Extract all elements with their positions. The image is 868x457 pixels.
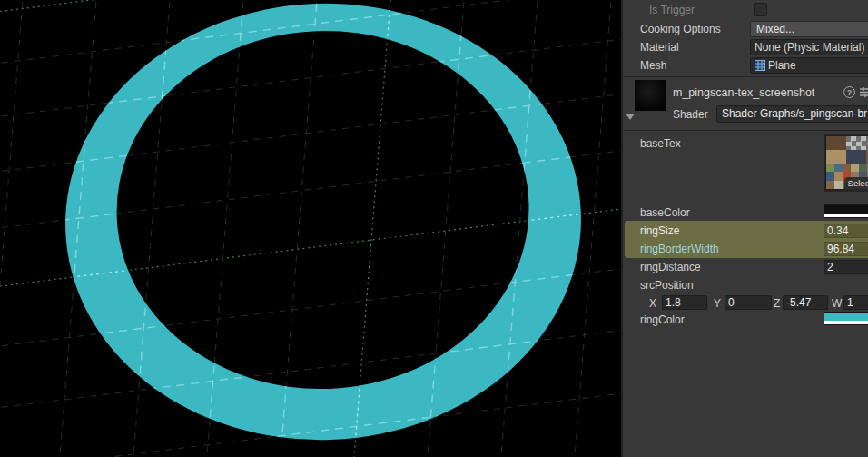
material-preview-thumbnail[interactable] (635, 80, 666, 111)
separator (623, 130, 868, 131)
src-x-field[interactable]: 1.8 (662, 295, 707, 310)
ring-distance-field[interactable]: 2 (824, 260, 868, 274)
src-z-label: Z (774, 297, 780, 310)
ring-color-alpha-bar (824, 321, 868, 324)
base-color-swatch[interactable] (824, 204, 868, 218)
ring-color-swatch[interactable] (824, 312, 868, 325)
material-value: None (Physic Material) (755, 40, 864, 55)
presets-icon[interactable] (860, 86, 868, 98)
base-color-alpha-bar (824, 214, 868, 217)
separator (623, 76, 868, 77)
scene-view[interactable] (0, 0, 621, 457)
mesh-object-field[interactable]: Plane (750, 57, 868, 74)
base-color-value (824, 205, 868, 214)
help-icon[interactable]: ? (843, 86, 855, 98)
base-tex-label: baseTex (640, 137, 681, 150)
is-trigger-checkbox[interactable] (754, 3, 767, 16)
inspector-panel: Is Trigger Cooking Options Mixed... Mate… (621, 0, 868, 457)
mesh-icon (755, 60, 765, 71)
is-trigger-label: Is Trigger (649, 4, 695, 16)
src-y-label: Y (714, 297, 721, 310)
material-title: m_pingscan-tex_screenshot (673, 86, 814, 99)
cooking-options-dropdown[interactable]: Mixed... (750, 21, 868, 37)
material-object-field[interactable]: None (Physic Material) (750, 39, 868, 55)
mesh-label: Mesh (640, 59, 666, 72)
cooking-options-label: Cooking Options (640, 23, 721, 35)
src-x-label: X (649, 297, 656, 310)
scene-canvas (0, 0, 621, 457)
texture-select-button[interactable]: Select (844, 177, 868, 190)
src-z-field[interactable]: -5.47 (783, 295, 828, 310)
ring-distance-label: ringDistance (640, 261, 701, 273)
ring-size-field[interactable]: 0.34 (824, 224, 868, 238)
src-w-label: W (832, 297, 842, 310)
ring-color-label: ringColor (640, 313, 685, 326)
shader-label: Shader (673, 108, 708, 121)
mesh-value: Plane (768, 58, 796, 73)
ring-border-width-field[interactable]: 96.84 (824, 242, 868, 256)
ring-border-width-label: ringBorderWidth (640, 243, 719, 255)
src-y-field[interactable]: 0 (725, 295, 772, 310)
ring-color-value (824, 313, 868, 321)
material-foldout-arrow[interactable] (626, 114, 635, 120)
ring-size-label: ringSize (640, 224, 679, 237)
base-tex-texture-preview[interactable]: Select (824, 134, 868, 192)
shader-dropdown[interactable]: Shader Graphs/s_pingscan-br (716, 105, 868, 123)
src-position-label: srcPosition (640, 279, 694, 292)
material-label: Material (640, 41, 679, 54)
base-color-label: baseColor (640, 206, 690, 219)
src-w-field[interactable]: 1 (843, 295, 868, 310)
